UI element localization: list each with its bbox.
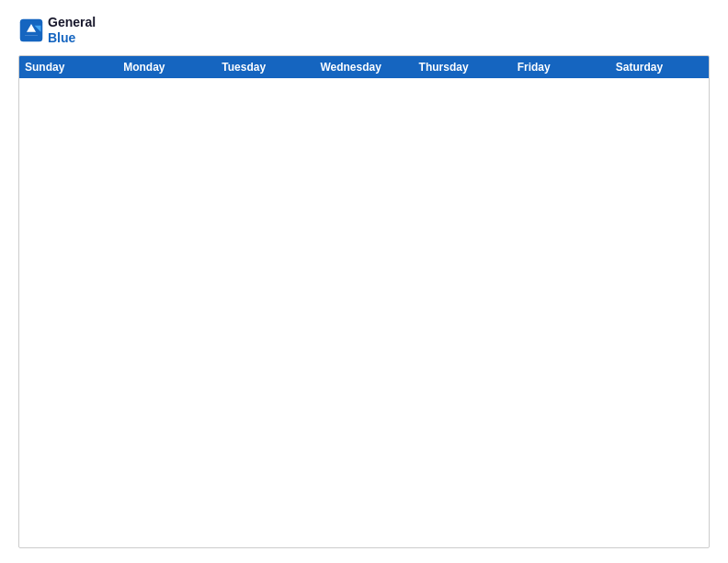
svg-rect-2	[25, 32, 38, 36]
logo: General Blue	[18, 15, 96, 46]
calendar-header: Sunday Monday Tuesday Wednesday Thursday…	[19, 56, 709, 78]
header-wednesday: Wednesday	[314, 56, 413, 78]
header-monday: Monday	[118, 56, 216, 78]
logo-icon	[18, 17, 44, 43]
header-friday: Friday	[512, 56, 610, 78]
header-tuesday: Tuesday	[216, 56, 314, 78]
header-sunday: Sunday	[19, 56, 118, 78]
logo-line1: General	[48, 15, 96, 30]
page: General Blue Sunday Monday Tuesday Wedne…	[0, 0, 728, 563]
header-saturday: Saturday	[610, 56, 709, 78]
logo-line2: Blue	[48, 30, 96, 46]
header-thursday: Thursday	[414, 56, 512, 78]
calendar: Sunday Monday Tuesday Wednesday Thursday…	[18, 55, 710, 548]
header: General Blue	[18, 15, 710, 46]
